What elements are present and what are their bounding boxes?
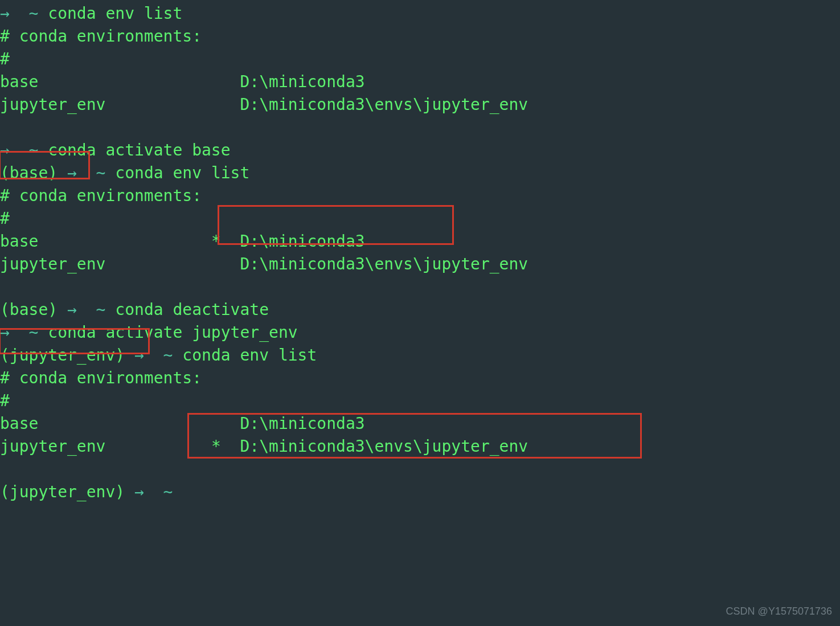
env-path-base: D:\miniconda3 (240, 232, 364, 251)
env-path-base: D:\miniconda3 (240, 72, 364, 91)
prompt-line-5[interactable]: → ~ conda activate jupyter_env (0, 323, 298, 342)
arrow-icon: → (0, 141, 10, 159)
prompt-base: (base) (0, 163, 58, 182)
cmd-activate-jupyter: conda activate jupyter_env (48, 323, 297, 342)
output-hash: # (0, 391, 10, 410)
tilde-icon: ~ (29, 141, 39, 159)
output-header: # conda environments: (0, 27, 202, 46)
watermark: CSDN @Y1575071736 (726, 600, 832, 623)
env-row-jupyter: jupyter_env D:\miniconda3\envs\jupyter_e… (0, 95, 528, 114)
tilde-icon: ~ (96, 163, 106, 182)
tilde-icon: ~ (163, 482, 173, 501)
prompt-line-2[interactable]: → ~ conda activate base (0, 141, 231, 159)
env-path-jupyter: D:\miniconda3\envs\jupyter_env (240, 437, 528, 456)
env-name-base: base (0, 414, 38, 433)
env-name-base: base (0, 232, 38, 251)
env-row-base-active: base * D:\miniconda3 (0, 232, 365, 251)
active-star: * (211, 232, 221, 251)
prompt-jupyter: (jupyter_env) (0, 482, 125, 501)
prompt-line-7[interactable]: (jupyter_env) → ~ (0, 482, 173, 501)
arrow-icon: → (0, 323, 10, 342)
arrow-icon: → (134, 346, 144, 365)
env-row-jupyter: jupyter_env D:\miniconda3\envs\jupyter_e… (0, 255, 528, 273)
arrow-icon: → (134, 482, 144, 501)
prompt-jupyter: (jupyter_env) (0, 346, 125, 365)
cmd-deactivate: conda deactivate (115, 300, 269, 319)
tilde-icon: ~ (96, 300, 106, 319)
cmd-env-list: conda env list (182, 346, 317, 365)
env-path-base: D:\miniconda3 (240, 414, 364, 433)
prompt-line-4[interactable]: (base) → ~ conda deactivate (0, 300, 269, 319)
cmd-activate-base: conda activate base (48, 141, 230, 159)
env-name-jupyter: jupyter_env (0, 95, 105, 114)
prompt-line-1[interactable]: → ~ conda env list (0, 4, 182, 23)
env-row-jupyter-active: jupyter_env * D:\miniconda3\envs\jupyter… (0, 437, 528, 456)
cmd-env-list: conda env list (115, 163, 249, 182)
env-row-base: base D:\miniconda3 (0, 72, 365, 91)
output-hash: # (0, 209, 10, 228)
arrow-icon: → (67, 163, 77, 182)
output-header: # conda environments: (0, 186, 202, 205)
tilde-icon: ~ (29, 323, 39, 342)
prompt-base: (base) (0, 300, 58, 319)
terminal[interactable]: → ~ conda env list # conda environments:… (0, 2, 528, 504)
output-hash: # (0, 50, 10, 68)
output-header: # conda environments: (0, 369, 202, 387)
arrow-icon: → (67, 300, 77, 319)
prompt-line-3[interactable]: (base) → ~ conda env list (0, 163, 249, 182)
env-name-jupyter: jupyter_env (0, 437, 105, 456)
env-path-jupyter: D:\miniconda3\envs\jupyter_env (240, 95, 528, 114)
env-row-base: base D:\miniconda3 (0, 414, 365, 433)
prompt-line-6[interactable]: (jupyter_env) → ~ conda env list (0, 346, 317, 365)
cmd-env-list: conda env list (48, 4, 182, 23)
arrow-icon: → (0, 4, 10, 23)
env-name-base: base (0, 72, 38, 91)
env-name-jupyter: jupyter_env (0, 255, 105, 273)
active-star: * (211, 437, 221, 456)
tilde-icon: ~ (29, 4, 39, 23)
env-path-jupyter: D:\miniconda3\envs\jupyter_env (240, 255, 528, 273)
tilde-icon: ~ (163, 346, 173, 365)
